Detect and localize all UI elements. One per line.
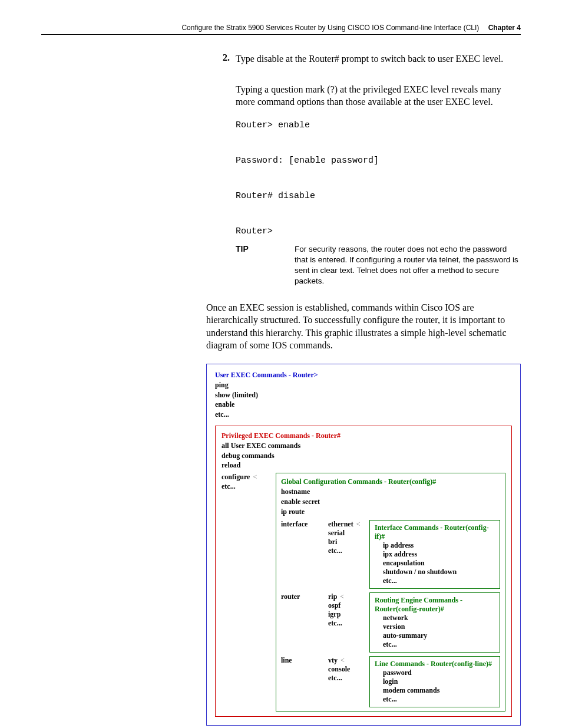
interface-box-item: shutdown / no shutdown xyxy=(383,568,495,577)
step-number: 2. xyxy=(218,52,230,74)
user-exec-item: show (limited) xyxy=(215,390,512,400)
user-exec-item: etc... xyxy=(215,410,512,420)
global-item: hostname xyxy=(281,487,500,497)
ios-command-diagram: User EXEC Commands - Router> ping show (… xyxy=(206,364,521,726)
code-sample: Router> enable Password: [enable passwor… xyxy=(236,117,521,241)
router-box-title: Routing Engine Commands - Router(config-… xyxy=(375,596,495,614)
line-box-item: modem commands xyxy=(383,686,495,695)
router-type: etc... xyxy=(328,619,369,628)
global-item: ip route xyxy=(281,507,500,517)
priv-exec-etc: etc... xyxy=(222,482,276,492)
interface-box-item: ipx address xyxy=(383,550,495,559)
tip-block: TIP For security reasons, the router doe… xyxy=(218,244,521,287)
router-box-item: version xyxy=(383,622,495,631)
interface-box-item: etc... xyxy=(383,577,495,585)
router-type: igrp xyxy=(328,610,369,619)
user-exec-item: ping xyxy=(215,380,512,390)
global-config-title: Global Configuration Commands - Router(c… xyxy=(281,477,500,487)
router-type: rip xyxy=(328,592,337,601)
router-type: ospf xyxy=(328,601,369,610)
line-box-item: password xyxy=(383,668,495,677)
line-box-title: Line Commands - Router(config-line)# xyxy=(375,660,495,668)
line-box-item: login xyxy=(383,677,495,686)
user-exec-item: enable xyxy=(215,400,512,410)
line-type: vty xyxy=(328,656,338,664)
interface-type: etc... xyxy=(328,546,369,555)
interface-box-item: encapsulation xyxy=(383,559,495,568)
configure-keyword: configure xyxy=(222,473,250,481)
line-box-item: etc... xyxy=(383,695,495,704)
line-keyword: line xyxy=(281,656,328,707)
priv-exec-title: Privileged EXEC Commands - Router# xyxy=(222,431,505,441)
router-box-item: etc... xyxy=(383,640,495,649)
priv-exec-item: debug commands xyxy=(222,451,505,461)
interface-type: bri xyxy=(328,538,369,546)
interface-type: ethernet xyxy=(328,520,353,528)
router-box-item: auto-summary xyxy=(383,631,495,640)
interface-type: serial xyxy=(328,529,369,538)
step-text: Type disable at the Router# prompt to sw… xyxy=(236,52,503,65)
tip-text: For security reasons, the router does no… xyxy=(295,244,521,287)
user-exec-title: User EXEC Commands - Router> xyxy=(215,370,512,380)
tip-label: TIP xyxy=(218,244,295,287)
router-keyword: router xyxy=(281,592,328,653)
page-header: Configure the Stratix 5900 Services Rout… xyxy=(41,24,521,35)
line-type: etc... xyxy=(328,674,369,683)
interface-box-title: Interface Commands - Router(config-if)# xyxy=(375,523,495,541)
interface-keyword: interface xyxy=(281,520,328,589)
router-box-item: network xyxy=(383,614,495,622)
line-type: console xyxy=(328,665,369,674)
paragraph-hierarchy: Once an EXEC session is established, com… xyxy=(206,301,521,352)
priv-exec-item: reload xyxy=(222,460,505,470)
step-2: 2. Type disable at the Router# prompt to… xyxy=(218,52,521,74)
priv-exec-item: all User EXEC commands xyxy=(222,441,505,451)
header-title: Configure the Stratix 5900 Services Rout… xyxy=(181,24,479,32)
interface-box-item: ip address xyxy=(383,541,495,550)
followup-text: Typing a question mark (?) at the privil… xyxy=(236,83,521,108)
global-item: enable secret xyxy=(281,497,500,507)
chapter-label: Chapter 4 xyxy=(488,24,521,32)
